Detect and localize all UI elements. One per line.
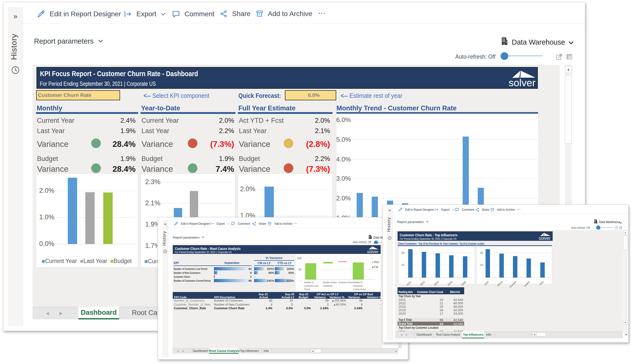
- svg-text:solver: solver: [367, 249, 378, 254]
- svg-text:solver: solver: [539, 236, 551, 240]
- svg-text:solver: solver: [508, 77, 535, 88]
